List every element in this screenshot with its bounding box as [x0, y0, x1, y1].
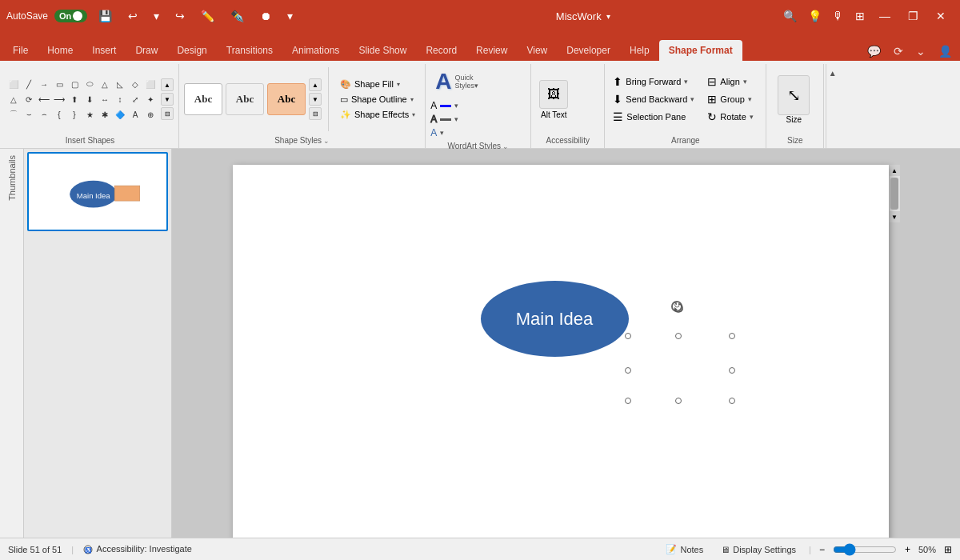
shape3-6[interactable]: ★ [82, 107, 97, 122]
quick-styles-btn[interactable]: A QuickStyles▾ [430, 66, 483, 98]
handle-sw[interactable] [625, 398, 631, 404]
save-button[interactable]: 💾 [94, 6, 117, 26]
rounded-rect-icon[interactable]: ▢ [67, 77, 82, 91]
file-dropdown[interactable]: ▾ [606, 12, 610, 21]
send-backward-btn[interactable]: ⬇ Send Backward ▾ [610, 91, 698, 107]
zoom-out-btn[interactable]: − [819, 544, 825, 555]
main-idea-shape[interactable]: Main Idea [481, 281, 629, 357]
shape2-10[interactable]: ✦ [143, 92, 158, 106]
styles-scroll-down[interactable]: ▼ [309, 93, 322, 106]
triangle-icon[interactable]: △ [98, 77, 112, 91]
zoom-in-btn[interactable]: + [905, 544, 910, 555]
handle-nw[interactable] [625, 333, 631, 339]
shape-outline-btn[interactable]: ▭ Shape Outline ▾ [335, 93, 420, 106]
shape3-8[interactable]: 🔷 [113, 107, 127, 122]
shape3-4[interactable]: { [52, 107, 66, 122]
shape-effects-btn[interactable]: ✨ Shape Effects ▾ [335, 108, 420, 122]
tab-help[interactable]: Help [620, 40, 659, 61]
selection-pane-btn[interactable]: ☰ Selection Pane [610, 109, 698, 125]
tab-developer[interactable]: Developer [557, 40, 620, 61]
text-fill-dropdown[interactable]: ▾ [454, 102, 458, 110]
text-outline-dropdown[interactable]: ▾ [454, 115, 458, 123]
slide-canvas[interactable]: Main Idea [233, 165, 889, 538]
share-btn[interactable]: ⟳ [889, 42, 908, 61]
shape3-5[interactable]: } [67, 107, 82, 122]
shape2-8[interactable]: ↕ [113, 92, 127, 106]
handle-ne[interactable] [729, 333, 735, 339]
zoom-slider[interactable] [833, 543, 897, 556]
fit-slide-btn[interactable]: ⊞ [944, 544, 952, 555]
shape-outline-dropdown[interactable]: ▾ [410, 96, 414, 103]
styles-scroll-up[interactable]: ▲ [309, 78, 322, 91]
search-icon[interactable]: 🔍 [778, 6, 802, 26]
cylinder-icon[interactable]: ⬜ [143, 77, 158, 91]
shape-styles-expand[interactable]: ⌄ [323, 137, 330, 145]
text-effects-dropdown[interactable]: ▾ [440, 129, 444, 137]
shape3-2[interactable]: ⌣ [22, 107, 36, 122]
tab-transitions[interactable]: Transitions [217, 40, 282, 61]
shape3-9[interactable]: A [128, 107, 142, 122]
tab-review[interactable]: Review [466, 40, 517, 61]
size-btn[interactable]: ⤡ Size [771, 72, 816, 127]
comment-btn[interactable]: 💬 [862, 42, 886, 61]
style-swatch-3[interactable]: Abc [267, 83, 306, 115]
handle-s[interactable] [675, 398, 682, 404]
right-triangle-icon[interactable]: ◺ [113, 77, 127, 91]
minimize-button[interactable]: — [871, 6, 898, 26]
handle-se[interactable] [729, 398, 735, 404]
shape2-2[interactable]: ⟳ [22, 92, 36, 106]
arrow-icon[interactable]: → [37, 77, 51, 91]
tab-shape-format[interactable]: Shape Format [659, 40, 742, 61]
tab-record[interactable]: Record [416, 40, 466, 61]
display-settings-btn[interactable]: 🖥 Display Settings [716, 543, 801, 556]
handle-n[interactable] [675, 333, 682, 339]
tab-home[interactable]: Home [38, 40, 82, 61]
text-box-icon[interactable]: ⬜ [6, 77, 21, 91]
group-btn[interactable]: ⊞ Group ▾ [704, 91, 756, 107]
tab-design[interactable]: Design [167, 40, 216, 61]
redo-button[interactable]: ↪ [170, 6, 190, 26]
group-dropdown[interactable]: ▾ [748, 95, 752, 103]
shape-effects-dropdown[interactable]: ▾ [412, 111, 415, 118]
present-ideas-btn[interactable]: 💡 [803, 6, 826, 26]
oval-icon[interactable]: ⬭ [82, 77, 97, 91]
ribbon-toggle-btn[interactable]: ⌄ [911, 42, 930, 61]
bring-forward-dropdown[interactable]: ▾ [684, 78, 688, 86]
shape3-7[interactable]: ✱ [98, 107, 112, 122]
shapes-scroll-down[interactable]: ▼ [161, 93, 174, 106]
send-backward-dropdown[interactable]: ▾ [690, 95, 694, 103]
undo-button[interactable]: ↩ [123, 6, 142, 26]
shape2-6[interactable]: ⬇ [82, 92, 97, 106]
pen-btn[interactable]: ✒️ [226, 6, 249, 26]
scroll-down-arrow[interactable]: ▼ [890, 211, 900, 222]
bring-forward-btn[interactable]: ⬆ Bring Forward ▾ [610, 74, 698, 90]
mic-btn[interactable]: 🎙 [828, 6, 849, 26]
diamond-icon[interactable]: ◇ [128, 77, 142, 91]
customize-qat[interactable]: ▾ [282, 6, 298, 26]
shape-fill-btn[interactable]: 🎨 Shape Fill ▾ [335, 78, 420, 91]
shapes-scroll-up[interactable]: ▲ [161, 78, 174, 91]
align-dropdown[interactable]: ▾ [743, 78, 747, 86]
tab-view[interactable]: View [517, 40, 557, 61]
shape2-5[interactable]: ⬆ [67, 92, 82, 106]
align-btn[interactable]: ⊟ Align ▾ [704, 74, 756, 90]
rotate-btn[interactable]: ↻ Rotate ▾ [704, 109, 756, 125]
style-swatch-2[interactable]: Abc [226, 83, 264, 115]
tab-file[interactable]: File [3, 40, 38, 61]
notes-btn[interactable]: 📝 Notes [661, 542, 708, 556]
handle-e[interactable] [729, 367, 735, 374]
shape3-3[interactable]: ⌢ [37, 107, 51, 122]
undo-dropdown[interactable]: ▾ [149, 6, 164, 26]
style-swatch-1[interactable]: Abc [184, 83, 222, 115]
close-button[interactable]: ✕ [928, 6, 954, 26]
alt-text-btn[interactable]: 🖼 Alt Text [536, 77, 571, 122]
scroll-thumb[interactable] [890, 178, 898, 210]
shape3-10[interactable]: ⊕ [143, 107, 158, 122]
shape2-3[interactable]: ⟵ [37, 92, 51, 106]
rotate-handle[interactable] [671, 301, 682, 312]
slide-thumbnail-1[interactable]: Main Idea [27, 152, 168, 231]
shape2-4[interactable]: ⟶ [52, 92, 66, 106]
restore-button[interactable]: ❐ [900, 6, 926, 26]
shape2-1[interactable]: △ [6, 92, 21, 106]
rotate-dropdown[interactable]: ▾ [750, 113, 754, 121]
